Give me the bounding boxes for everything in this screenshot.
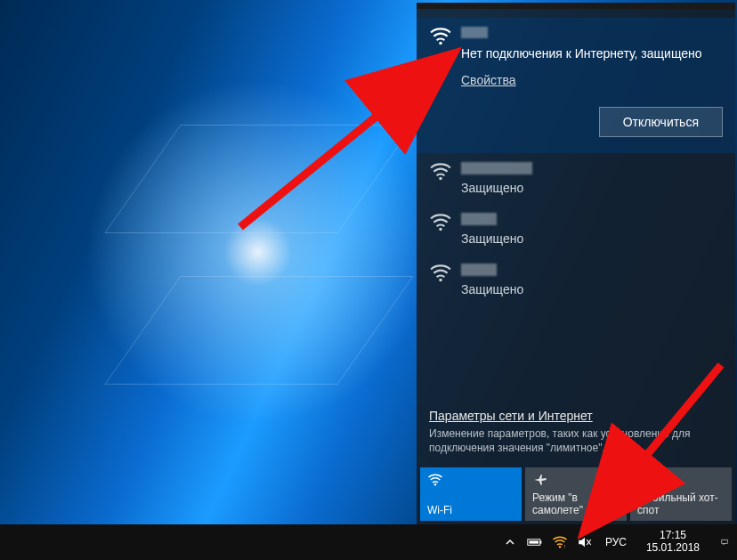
network-settings-description: Изменение параметров, таких как установл…	[429, 426, 723, 455]
svg-point-3	[439, 279, 441, 281]
properties-link[interactable]: Свойства	[461, 73, 515, 87]
taskbar: ! РУС 17:15 15.01.2018	[0, 524, 737, 560]
svg-point-2	[439, 228, 441, 231]
network-settings-block: Параметры сети и Интернет Изменение пара…	[417, 398, 735, 467]
flyout-top-strip	[417, 3, 735, 9]
hotspot-icon	[637, 473, 725, 489]
volume-muted-icon[interactable]	[577, 534, 593, 550]
svg-rect-8	[529, 540, 539, 543]
network-item[interactable]: Защищено	[417, 204, 735, 255]
svg-point-0	[439, 42, 441, 45]
clock[interactable]: 17:15 15.01.2018	[639, 530, 707, 555]
battery-icon[interactable]	[527, 534, 543, 550]
quick-action-tiles: Wi-Fi Режим "в самолете" Мобильный хот-с…	[417, 467, 735, 524]
svg-rect-7	[540, 540, 542, 543]
secured-label: Защищено	[461, 181, 723, 195]
network-settings-link[interactable]: Параметры сети и Интернет	[429, 409, 593, 423]
svg-rect-12	[722, 540, 727, 543]
secured-label: Защищено	[461, 231, 723, 246]
clock-date: 15.01.2018	[646, 542, 700, 555]
svg-point-9	[559, 546, 561, 548]
network-item[interactable]: Защищено	[417, 153, 735, 204]
disconnect-button[interactable]: Отключиться	[599, 107, 723, 137]
svg-point-4	[434, 483, 436, 485]
network-list: Нет подключения к Интернету, защищено Св…	[417, 9, 735, 398]
language-indicator[interactable]: РУС	[602, 536, 630, 548]
action-center-icon[interactable]	[716, 533, 733, 551]
wifi-icon	[429, 213, 452, 232]
wifi-icon	[429, 27, 452, 46]
ssid-blurred	[461, 27, 488, 38]
ssid-blurred	[461, 162, 532, 174]
network-flyout: Нет подключения к Интернету, защищено Св…	[417, 3, 735, 524]
tile-label: Мобильный хот-спот	[637, 492, 725, 517]
clock-time: 17:15	[646, 530, 700, 542]
svg-point-1	[439, 177, 441, 180]
tray-chevron-up-icon[interactable]	[502, 534, 518, 550]
wifi-warning-icon[interactable]: !	[552, 534, 568, 550]
tile-mobile-hotspot[interactable]: Мобильный хот-спот	[630, 467, 732, 521]
svg-point-5	[644, 479, 647, 482]
airplane-icon	[532, 473, 620, 489]
tile-label: Wi-Fi	[427, 505, 514, 517]
wifi-icon	[427, 473, 514, 489]
tile-airplane-mode[interactable]: Режим "в самолете"	[525, 467, 627, 521]
svg-text:!: !	[563, 544, 564, 549]
tile-label: Режим "в самолете"	[532, 492, 620, 517]
network-item[interactable]: Защищено	[417, 255, 735, 305]
connection-status: Нет подключения к Интернету, защищено	[461, 46, 723, 61]
wifi-icon	[429, 162, 452, 182]
secured-label: Защищено	[461, 282, 723, 296]
wifi-icon	[429, 264, 452, 283]
ssid-blurred	[461, 213, 497, 225]
network-item-active[interactable]: Нет подключения к Интернету, защищено Св…	[417, 18, 735, 153]
ssid-blurred	[461, 264, 497, 276]
tile-wifi[interactable]: Wi-Fi	[420, 467, 522, 521]
system-tray: ! РУС 17:15 15.01.2018	[502, 530, 733, 555]
